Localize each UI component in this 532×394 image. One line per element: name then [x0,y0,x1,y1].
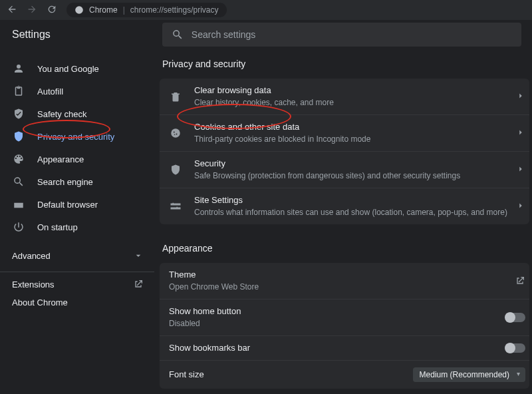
sidebar-item-label: Default browser [37,200,98,210]
shield-check-icon [12,107,25,120]
sidebar-item-label: Safety check [37,109,86,119]
chevron-right-icon [516,128,525,139]
sidebar-item-you[interactable]: You and Google [0,57,154,80]
sidebar-item-label: You and Google [37,64,99,74]
advanced-label: Advanced [12,251,51,261]
reload-button[interactable] [47,4,57,17]
row-theme[interactable]: Theme Open Chrome Web Store [160,263,529,299]
sidebar-item-startup[interactable]: On startup [0,216,154,238]
row-title: Clear browsing data [194,85,516,96]
sidebar-item-privacy[interactable]: Privacy and security [0,125,154,148]
chevron-right-icon [516,201,525,212]
chrome-icon [74,5,84,15]
sliders-icon [169,200,182,213]
chevron-right-icon [516,164,525,176]
row-site-settings[interactable]: Site Settings Controls what information … [160,188,529,224]
open-external-icon [133,279,144,290]
sidebar: You and Google Autofill Safety check Pri… [0,49,154,394]
sidebar-about[interactable]: About Chrome [0,296,154,314]
row-title: Show home button [169,306,505,317]
row-title: Show bookmarks bar [169,343,505,353]
search-icon [172,29,184,41]
sidebar-extensions[interactable]: Extensions [0,272,154,296]
palette-icon [12,152,25,166]
browser-icon [12,198,25,211]
chevron-right-icon [516,91,525,102]
row-title: Cookies and other site data [194,122,516,132]
toggle-home-button[interactable] [505,313,525,322]
sidebar-item-label: Autofill [37,87,63,97]
row-clear-browsing-data[interactable]: Clear browsing data Clear history, cooki… [160,79,529,114]
row-title: Site Settings [194,195,516,206]
clipboard-icon [12,85,25,98]
main: Privacy and security Clear browsing data… [154,49,532,394]
row-title: Theme [169,270,515,280]
extensions-label: Extensions [12,280,55,290]
row-subtitle: Safe Browsing (protection from dangerous… [194,170,516,181]
search-icon [12,175,25,188]
browser-bar: Chrome | chrome://settings/privacy [0,0,532,20]
person-icon [12,62,25,75]
back-button[interactable] [7,4,17,17]
search-settings[interactable] [162,23,521,47]
privacy-card: Clear browsing data Clear history, cooki… [160,79,529,224]
omnibox[interactable]: Chrome | chrome://settings/privacy [66,3,227,17]
chevron-down-icon [133,250,144,261]
sidebar-item-appearance[interactable]: Appearance [0,148,154,170]
sidebar-item-search[interactable]: Search engine [0,170,154,193]
cookie-icon [169,126,182,140]
row-security[interactable]: Security Safe Browsing (protection from … [160,151,529,188]
sidebar-item-autofill[interactable]: Autofill [0,80,154,102]
font-size-select[interactable]: Medium (Recommended) [413,367,525,382]
sidebar-item-label: Search engine [37,177,93,187]
power-icon [12,220,25,234]
sidebar-item-safety[interactable]: Safety check [0,102,154,125]
row-title: Font size [169,369,413,380]
row-cookies[interactable]: Cookies and other site data Third-party … [160,114,529,151]
svg-point-3 [176,134,178,135]
row-subtitle: Third-party cookies are blocked in Incog… [194,134,516,144]
row-subtitle: Clear history, cookies, cache, and more [194,97,516,108]
sidebar-item-label: On startup [37,222,78,232]
omnibox-url: chrome://settings/privacy [130,5,219,15]
svg-point-0 [75,6,83,14]
sidebar-item-label: Appearance [37,154,84,164]
shield-icon [169,163,182,176]
row-home-button[interactable]: Show home button Disabled [160,299,529,335]
appearance-card: Theme Open Chrome Web Store Show home bu… [160,263,529,389]
row-font-size[interactable]: Font size Medium (Recommended) [160,360,529,389]
row-subtitle: Open Chrome Web Store [169,282,515,292]
open-external-icon [515,276,525,286]
row-subtitle: Controls what information sites can use … [194,207,516,218]
section-heading-privacy: Privacy and security [162,59,529,69]
page-title: Settings [12,29,51,41]
forward-button[interactable] [27,4,37,17]
row-bookmarks-bar[interactable]: Show bookmarks bar [160,335,529,360]
settings-header: Settings [0,20,532,49]
svg-point-4 [174,134,176,136]
search-input[interactable] [192,29,512,40]
svg-point-2 [174,132,175,133]
svg-point-1 [171,128,180,138]
sidebar-item-default[interactable]: Default browser [0,193,154,216]
section-heading-appearance: Appearance [162,243,529,254]
omnibox-scheme: Chrome [89,5,118,15]
trash-icon [169,90,182,103]
row-subtitle: Disabled [169,318,505,329]
about-label: About Chrome [12,297,68,307]
toggle-bookmarks-bar[interactable] [505,343,525,353]
sidebar-advanced[interactable]: Advanced [0,244,154,268]
sidebar-item-label: Privacy and security [37,132,114,142]
row-title: Security [194,158,516,169]
shield-icon [12,130,25,143]
